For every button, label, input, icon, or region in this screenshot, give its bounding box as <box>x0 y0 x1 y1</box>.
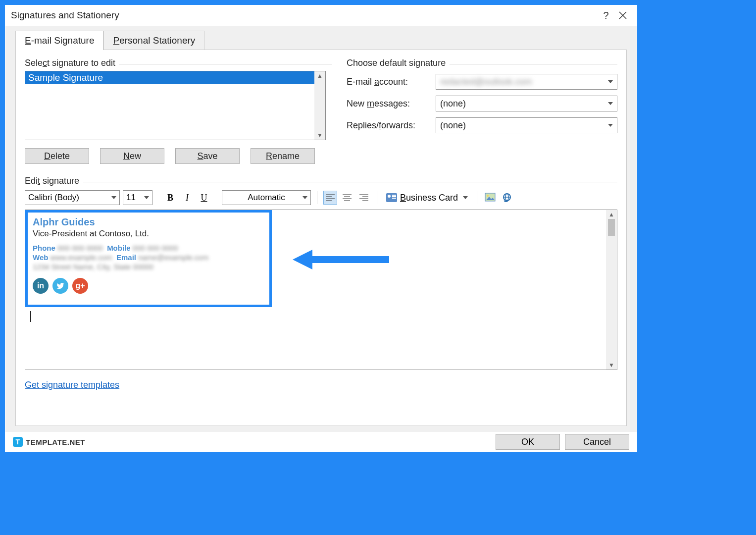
tab-email-signature[interactable]: E-mail Signature <box>15 31 103 50</box>
email-value: name@example.com <box>138 253 208 262</box>
phone-label: Phone <box>33 244 55 252</box>
text-cursor <box>30 311 31 322</box>
email-account-label: E-mail account: <box>347 77 436 87</box>
new-button[interactable]: New <box>100 148 164 164</box>
insert-picture-button[interactable] <box>483 191 497 205</box>
new-messages-value: (none) <box>440 99 466 109</box>
annotation-highlight: Alphr Guides Vice-President at Contoso, … <box>25 210 272 307</box>
dialog-footer: TTEMPLATE.NET OK Cancel <box>5 432 637 452</box>
font-color-select[interactable]: Automatic <box>222 190 311 205</box>
linkedin-icon[interactable]: in <box>33 278 49 294</box>
chevron-down-icon <box>463 196 468 199</box>
signature-listbox[interactable]: Sample Signature ▲ ▼ <box>25 71 326 140</box>
select-signature-section: Select signature to edit Sample Signatur… <box>25 59 332 164</box>
tab-bar: E-mail Signature Personal Stationery <box>15 31 627 50</box>
web-label: Web <box>33 253 48 262</box>
replies-forwards-select[interactable]: (none) <box>436 117 617 133</box>
twitter-icon[interactable] <box>52 278 68 294</box>
chevron-down-icon <box>608 102 613 105</box>
svg-marker-20 <box>293 250 389 269</box>
font-size-select[interactable]: 11 <box>123 190 152 205</box>
listbox-scrollbar[interactable]: ▲ ▼ <box>314 71 325 140</box>
replies-forwards-label: Replies/forwards: <box>347 120 436 131</box>
brand-mark-icon: T <box>13 437 23 447</box>
chevron-down-icon <box>302 196 307 199</box>
close-button[interactable] <box>614 7 631 24</box>
edit-signature-label: Edit signature <box>25 176 83 186</box>
mobile-label: Mobile <box>107 244 131 252</box>
save-button[interactable]: Save <box>175 148 240 164</box>
default-signature-section: Choose default signature E-mail account:… <box>347 59 617 164</box>
social-icons: in g+ <box>33 278 264 294</box>
replies-forwards-value: (none) <box>440 120 466 131</box>
default-signature-label: Choose default signature <box>347 58 450 68</box>
align-right-button[interactable] <box>357 191 371 205</box>
scrollbar-thumb[interactable] <box>608 219 615 236</box>
cancel-button[interactable]: Cancel <box>565 434 629 450</box>
rename-button[interactable]: Rename <box>251 148 315 164</box>
ok-button[interactable]: OK <box>496 434 560 450</box>
align-left-button[interactable] <box>323 191 337 205</box>
email-account-select[interactable]: redacted@outlook.com <box>436 74 617 90</box>
annotation-arrow-icon <box>293 247 392 272</box>
window-title: Signatures and Stationery <box>11 10 119 21</box>
help-button[interactable]: ? <box>598 7 614 24</box>
align-right-icon <box>359 194 368 201</box>
new-messages-select[interactable]: (none) <box>436 96 617 111</box>
dialog-body: E-mail Signature Personal Stationery Sel… <box>5 26 637 432</box>
chevron-down-icon <box>608 124 613 127</box>
signature-name: Alphr Guides <box>33 216 264 228</box>
scroll-up-icon: ▲ <box>608 211 614 218</box>
bold-button[interactable]: B <box>163 191 177 205</box>
align-center-button[interactable] <box>340 191 354 205</box>
get-templates-link[interactable]: Get signature templates <box>25 380 119 390</box>
new-messages-label: New messages: <box>347 99 436 109</box>
brand-logo: TTEMPLATE.NET <box>13 437 85 447</box>
align-center-icon <box>343 194 352 201</box>
edit-signature-section: Edit signature Calibri (Body) 11 B I U A… <box>25 177 617 370</box>
tab-panel: Select signature to edit Sample Signatur… <box>15 50 627 426</box>
signature-editor[interactable]: Alphr Guides Vice-President at Contoso, … <box>25 210 617 370</box>
scroll-down-icon: ▼ <box>608 362 614 369</box>
align-left-icon <box>326 194 335 201</box>
chevron-down-icon <box>144 196 149 199</box>
svg-point-15 <box>487 195 489 197</box>
email-account-value: redacted@outlook.com <box>440 77 532 87</box>
address-value: 1234 Street Name, City, State 00000 <box>33 263 153 271</box>
italic-button[interactable]: I <box>180 191 194 205</box>
web-value: www.example.com <box>50 253 112 262</box>
editor-scrollbar[interactable]: ▲ ▼ <box>606 210 617 370</box>
business-card-icon <box>386 193 397 202</box>
googleplus-icon[interactable]: g+ <box>72 278 88 294</box>
phone-value: 000 000 0000 <box>57 244 103 252</box>
font-select[interactable]: Calibri (Body) <box>25 190 120 205</box>
tab-personal-stationery[interactable]: Personal Stationery <box>103 31 204 50</box>
close-icon <box>619 11 627 19</box>
chevron-down-icon <box>111 196 116 199</box>
delete-button[interactable]: Delete <box>25 148 89 164</box>
mobile-value: 000 000 0000 <box>133 244 178 252</box>
chevron-down-icon <box>608 80 613 83</box>
signature-job-title: Vice-President at Contoso, Ltd. <box>33 229 264 239</box>
select-signature-label: Select signature to edit <box>25 58 119 68</box>
business-card-button[interactable]: Business Card <box>383 190 471 205</box>
dialog-window: Signatures and Stationery ? E-mail Signa… <box>5 5 637 452</box>
formatting-toolbar: Calibri (Body) 11 B I U Automatic Busine… <box>25 189 617 207</box>
insert-hyperlink-button[interactable] <box>500 191 514 205</box>
email-label: Email <box>116 253 136 262</box>
signature-list-item[interactable]: Sample Signature <box>25 71 314 84</box>
link-icon <box>501 193 513 203</box>
picture-icon <box>485 193 496 203</box>
scroll-up-icon: ▲ <box>317 72 323 79</box>
scroll-down-icon: ▼ <box>317 132 323 139</box>
titlebar: Signatures and Stationery ? <box>5 5 637 26</box>
underline-button[interactable]: U <box>197 191 211 205</box>
